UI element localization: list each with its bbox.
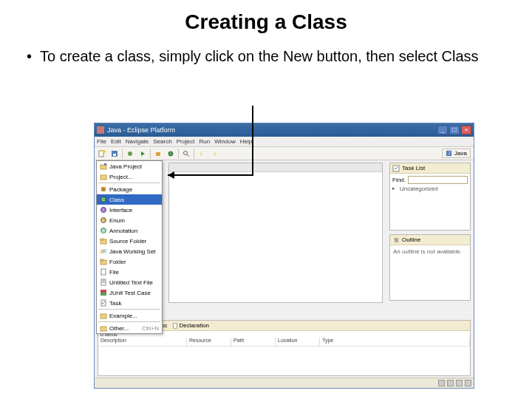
menubar: File Edit Navigate Search Project Run Wi… (95, 137, 474, 147)
problems-columns: Description Resource Path Location Type (98, 338, 470, 347)
back-button[interactable] (197, 149, 207, 159)
maximize-button[interactable]: □ (449, 126, 460, 134)
menu-item-other[interactable]: Other... Ctrl+N (97, 323, 162, 333)
menu-item-file[interactable]: File (97, 267, 162, 277)
menu-project[interactable]: Project (177, 138, 195, 145)
menu-label: Example... (109, 313, 137, 319)
menu-navigate[interactable]: Navigate (126, 138, 149, 145)
perspective-switcher[interactable]: J Java (442, 149, 471, 158)
svg-rect-26 (100, 239, 103, 240)
menu-label: Java Working Set (109, 248, 156, 255)
menu-label: Untitled Text File (109, 279, 153, 286)
svg-point-1 (103, 150, 106, 153)
tab-declaration[interactable]: Declaration (172, 322, 209, 329)
new-button[interactable] (97, 149, 107, 159)
shortcut-label: Ctrl+N (142, 325, 159, 332)
menu-search[interactable]: Search (153, 138, 171, 145)
enum-icon: E (100, 216, 107, 224)
editor-tabstrip (169, 163, 382, 172)
menu-item-enum[interactable]: E Enum (97, 215, 162, 225)
svg-rect-13 (100, 175, 106, 180)
main-area: Java Project Project... Package C Class … (95, 160, 474, 378)
outline-empty-text: An outline is not available. (390, 245, 470, 258)
col-location[interactable]: Location (276, 338, 320, 346)
menu-label: Task (109, 300, 121, 307)
svg-line-8 (187, 154, 189, 157)
menu-item-class[interactable]: C Class (97, 194, 162, 205)
status-icon (438, 380, 445, 386)
menu-item-folder[interactable]: Folder (97, 256, 162, 267)
find-input[interactable] (408, 176, 468, 184)
menu-window[interactable]: Window (214, 138, 235, 145)
menu-item-junit[interactable]: JUnit Test Case (97, 287, 162, 298)
svg-rect-12 (104, 163, 106, 166)
menu-separator (98, 183, 160, 183)
menu-item-untitled-text[interactable]: Untitled Text File (97, 277, 162, 287)
toolbar (95, 147, 474, 160)
class-icon: C (100, 196, 107, 203)
svg-rect-47 (173, 323, 177, 327)
status-icon (447, 380, 454, 386)
find-label: Find: (392, 177, 406, 183)
menu-item-interface[interactable]: I Interface (97, 205, 162, 215)
minimize-button[interactable]: _ (437, 126, 448, 134)
menu-item-task[interactable]: Task (97, 298, 162, 308)
editor-area (168, 163, 383, 303)
tasklist-tree-item[interactable]: Uncategorized (392, 185, 468, 192)
menu-item-project[interactable]: Project... (97, 171, 162, 182)
text-file-icon (100, 279, 107, 286)
junit-icon (100, 289, 107, 296)
tasklist-header: Task List (390, 163, 470, 174)
menu-run[interactable]: Run (200, 138, 211, 145)
col-description[interactable]: Description (98, 338, 187, 346)
new-class-button[interactable] (166, 149, 176, 159)
menu-file[interactable]: File (97, 138, 106, 145)
package-icon (100, 185, 107, 193)
svg-point-4 (128, 151, 132, 156)
window-title: Java - Eclipse Platform (107, 126, 437, 134)
new-package-button[interactable] (153, 149, 163, 159)
titlebar: Java - Eclipse Platform _ □ × (95, 123, 474, 137)
forward-button[interactable] (209, 149, 219, 159)
tasklist-title: Task List (402, 165, 425, 171)
outline-header: Outline (390, 235, 470, 245)
separator (122, 149, 123, 159)
source-folder-icon (100, 237, 107, 245)
col-resource[interactable]: Resource (187, 338, 231, 346)
svg-rect-39 (100, 327, 106, 331)
menu-label: Project... (109, 174, 133, 180)
menu-item-package[interactable]: Package (97, 184, 162, 194)
interface-icon: I (100, 206, 107, 214)
menu-label: Folder (109, 259, 126, 265)
save-button[interactable] (109, 149, 120, 159)
debug-button[interactable] (125, 149, 135, 159)
menu-label: Class (109, 197, 124, 203)
menu-item-annotation[interactable]: @ Annotation (97, 225, 162, 236)
java-project-icon (100, 163, 107, 170)
tab-label: Declaration (180, 322, 209, 329)
status-icon (465, 380, 471, 386)
close-button[interactable]: × (461, 126, 471, 134)
run-button[interactable] (137, 149, 148, 159)
menu-label: JUnit Test Case (109, 290, 151, 296)
col-path[interactable]: Path (231, 338, 276, 346)
menu-edit[interactable]: Edit (111, 138, 121, 145)
svg-rect-28 (103, 249, 106, 253)
menu-label: Interface (109, 207, 132, 214)
declaration-icon (172, 323, 178, 329)
file-icon (100, 268, 107, 276)
col-type[interactable]: Type (320, 338, 470, 346)
app-icon (97, 126, 104, 134)
svg-rect-38 (100, 314, 106, 318)
task-icon (100, 299, 107, 307)
tasklist-icon (392, 165, 400, 172)
menu-label: Annotation (109, 228, 137, 234)
menu-item-example[interactable]: Example... (97, 310, 162, 321)
menu-help[interactable]: Help (240, 138, 252, 145)
search-button[interactable] (181, 149, 191, 159)
working-set-icon (100, 248, 107, 255)
menu-item-java-project[interactable]: Java Project (97, 161, 162, 171)
menu-item-source-folder[interactable]: Source Folder (97, 236, 162, 246)
svg-text:J: J (448, 151, 449, 155)
menu-item-working-set[interactable]: Java Working Set (97, 246, 162, 256)
